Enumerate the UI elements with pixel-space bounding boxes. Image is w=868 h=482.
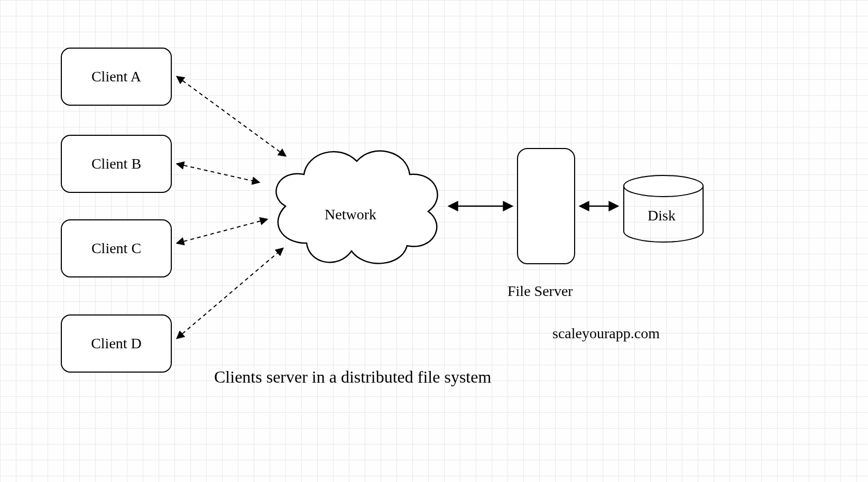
file-server-label: File Server	[507, 283, 573, 300]
watermark-text: scaleyourapp.com	[552, 325, 660, 342]
client-c-node: Client C	[61, 219, 172, 277]
disk-label: Disk	[648, 207, 676, 224]
client-d-label: Client D	[91, 335, 142, 352]
file-server-node	[517, 148, 575, 264]
diagram-caption: Clients server in a distributed file sys…	[214, 367, 491, 387]
conn-client-c-network	[177, 219, 267, 243]
client-a-node: Client A	[61, 48, 172, 106]
conn-client-b-network	[177, 164, 259, 182]
client-a-label: Client A	[91, 68, 141, 85]
network-label: Network	[325, 206, 376, 223]
client-b-label: Client B	[91, 155, 141, 172]
client-c-label: Client C	[91, 240, 141, 257]
client-d-node: Client D	[61, 314, 172, 373]
client-b-node: Client B	[61, 135, 172, 193]
